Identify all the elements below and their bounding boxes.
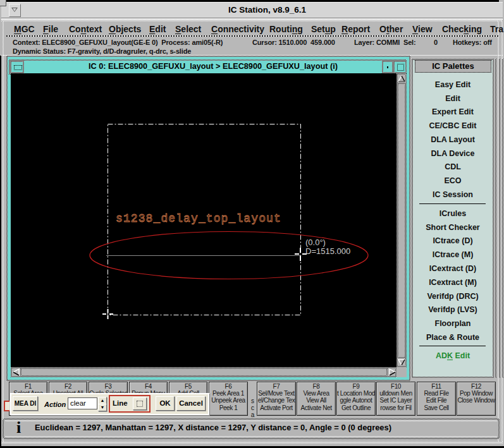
svg-text:(0.0°): (0.0°) [305, 238, 326, 247]
svg-text:D=1515.000: D=1515.000 [305, 246, 350, 256]
svg-text:s1238_delay_top_layout: s1238_delay_top_layout [116, 212, 281, 225]
